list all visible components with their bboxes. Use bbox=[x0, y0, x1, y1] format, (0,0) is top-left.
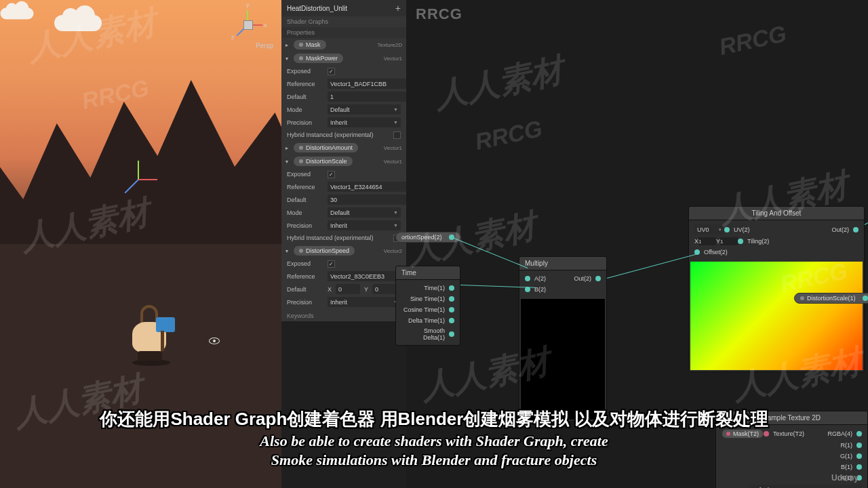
cloud-deco bbox=[54, 15, 102, 31]
port-label: Out(2) bbox=[563, 275, 591, 282]
default-x-input[interactable] bbox=[336, 284, 360, 294]
property-label: Mask bbox=[306, 41, 321, 48]
port-label: B(2) bbox=[534, 286, 601, 293]
property-type: Vector1 bbox=[384, 145, 402, 151]
property-type: Vector2 bbox=[384, 248, 402, 254]
precision-dropdown[interactable]: Inherit▼ bbox=[328, 220, 401, 230]
field-label: Default bbox=[287, 286, 323, 293]
node-title[interactable]: Time bbox=[396, 266, 460, 280]
exposed-checkbox[interactable]: ✓ bbox=[328, 260, 335, 268]
port-label: A(2) bbox=[534, 275, 563, 282]
caret-down-icon: ▾ bbox=[285, 56, 291, 62]
keywords-section-label: Keywords bbox=[281, 308, 406, 321]
port-label: Offset(2) bbox=[704, 249, 859, 256]
add-property-button[interactable]: + bbox=[395, 3, 401, 14]
exposed-checkbox[interactable]: ✓ bbox=[328, 171, 335, 178]
port-label: Cosine Time(1) bbox=[401, 306, 445, 313]
property-label: MaskPower bbox=[306, 55, 338, 62]
subtitle-english-line2: Smoke simulations with Blender and fract… bbox=[0, 451, 868, 469]
output-port[interactable] bbox=[595, 276, 601, 281]
exposed-checkbox[interactable]: ✓ bbox=[328, 68, 335, 75]
precision-dropdown[interactable]: Inherit▼ bbox=[328, 117, 401, 127]
field-label: Mode bbox=[287, 106, 323, 113]
caret-down-icon: ▾ bbox=[285, 248, 291, 254]
mountain-silhouette bbox=[0, 47, 281, 264]
axis-label: X bbox=[328, 286, 332, 293]
connection-edge[interactable] bbox=[452, 237, 528, 268]
blackboard-panel: HeatDistortion_Unlit + Shader Graphs Pro… bbox=[281, 0, 406, 321]
brand-watermark: RRCG bbox=[416, 5, 462, 23]
field-label: Hybrid Instanced (experimental) bbox=[287, 235, 389, 241]
connection-edge[interactable] bbox=[607, 253, 698, 279]
output-port[interactable] bbox=[449, 318, 454, 323]
field-label: Reference bbox=[287, 273, 323, 280]
field-label: Mode bbox=[287, 209, 323, 216]
output-port[interactable] bbox=[853, 227, 859, 232]
property-node-distortionscale[interactable]: DistortionScale(1) bbox=[794, 293, 868, 304]
field-label: Default bbox=[287, 94, 323, 100]
orientation-gizmo[interactable]: y x z bbox=[227, 4, 269, 46]
panel-header: HeatDistortion_Unlit + bbox=[281, 0, 406, 16]
output-port[interactable] bbox=[449, 285, 454, 291]
properties-section-label: Properties bbox=[281, 27, 406, 38]
caret-down-icon: ▾ bbox=[285, 159, 291, 165]
output-port[interactable] bbox=[863, 296, 868, 301]
cloud-deco bbox=[1, 8, 34, 20]
port-label: Sine Time(1) bbox=[401, 296, 445, 302]
default-input[interactable] bbox=[328, 195, 409, 205]
port-label: Delta Time(1) bbox=[401, 317, 445, 324]
property-distortionscale[interactable]: ▾ DistortionScale Vector1 bbox=[281, 155, 406, 168]
tiling-offset-node[interactable]: Tiling And Offset UV0▾ UV(2) Out(2) X Y … bbox=[688, 206, 865, 372]
output-port[interactable] bbox=[449, 296, 454, 302]
uv-dropdown[interactable]: UV0▾ bbox=[694, 224, 724, 235]
output-port[interactable] bbox=[449, 331, 454, 337]
caret-right-icon: ▸ bbox=[285, 145, 291, 151]
sample-type-dropdown[interactable]: Default▼ bbox=[749, 485, 862, 488]
mode-dropdown[interactable]: Default▼ bbox=[328, 207, 401, 218]
tiling-x-input[interactable] bbox=[698, 237, 716, 245]
node-preview bbox=[521, 299, 605, 420]
precision-dropdown[interactable]: Inherit▼ bbox=[328, 297, 401, 307]
mode-dropdown[interactable]: Default▼ bbox=[328, 104, 401, 115]
input-port[interactable] bbox=[738, 239, 743, 244]
output-port[interactable] bbox=[449, 307, 454, 312]
input-port[interactable] bbox=[525, 276, 530, 281]
property-distortionspeed[interactable]: ▾ DistortionSpeed Vector2 bbox=[281, 244, 406, 258]
connection-edge[interactable] bbox=[865, 197, 868, 225]
node-title[interactable]: Multiply bbox=[519, 257, 606, 270]
node-label: DistortionScale(1) bbox=[807, 295, 856, 302]
input-port[interactable] bbox=[724, 227, 730, 232]
property-distortionamount[interactable]: ▸ DistortionAmount Vector1 bbox=[281, 141, 406, 155]
property-maskpower[interactable]: ▾ MaskPower Vector1 bbox=[281, 52, 406, 65]
projection-label[interactable]: Persp bbox=[256, 42, 273, 49]
node-title[interactable]: Tiling And Offset bbox=[689, 207, 864, 220]
default-input[interactable] bbox=[328, 92, 409, 102]
reference-input[interactable] bbox=[328, 182, 409, 192]
field-label: Default bbox=[287, 197, 323, 203]
subtitle-english-line1: Also be able to create shaders with Shad… bbox=[0, 432, 868, 450]
property-type: Vector1 bbox=[384, 159, 402, 165]
field-label: Precision bbox=[287, 299, 323, 306]
reference-input[interactable] bbox=[328, 79, 409, 89]
transform-gizmo[interactable] bbox=[122, 163, 156, 197]
default-y-input[interactable] bbox=[372, 284, 397, 294]
field-label: Exposed bbox=[287, 171, 323, 178]
shader-title: HeatDistortion_Unlit bbox=[287, 5, 347, 12]
hybrid-checkbox[interactable] bbox=[393, 131, 401, 139]
property-mask[interactable]: ▸ Mask Texture2D bbox=[281, 38, 406, 52]
multiply-node[interactable]: Multiply A(2)Out(2) B(2) bbox=[519, 256, 607, 422]
udemy-logo: Udemy bbox=[831, 473, 859, 483]
property-type: Texture2D bbox=[378, 42, 402, 48]
axis-label: Y bbox=[364, 286, 368, 293]
property-node-distortionspeed[interactable]: ortionSpeed(2) bbox=[395, 232, 460, 243]
character-model[interactable] bbox=[119, 298, 180, 366]
field-label: Exposed bbox=[287, 68, 323, 75]
property-label: DistortionAmount bbox=[306, 144, 353, 151]
field-label: Hybrid Instanced (experimental) bbox=[287, 131, 389, 138]
field-label: Reference bbox=[287, 81, 323, 87]
port-label: Smooth Delta(1) bbox=[401, 327, 445, 341]
tiling-y-input[interactable] bbox=[720, 237, 738, 245]
camera-cursor-icon bbox=[209, 338, 220, 344]
port-label: Time(1) bbox=[401, 285, 445, 291]
time-node[interactable]: Time Time(1) Sine Time(1) Cosine Time(1)… bbox=[395, 266, 460, 346]
